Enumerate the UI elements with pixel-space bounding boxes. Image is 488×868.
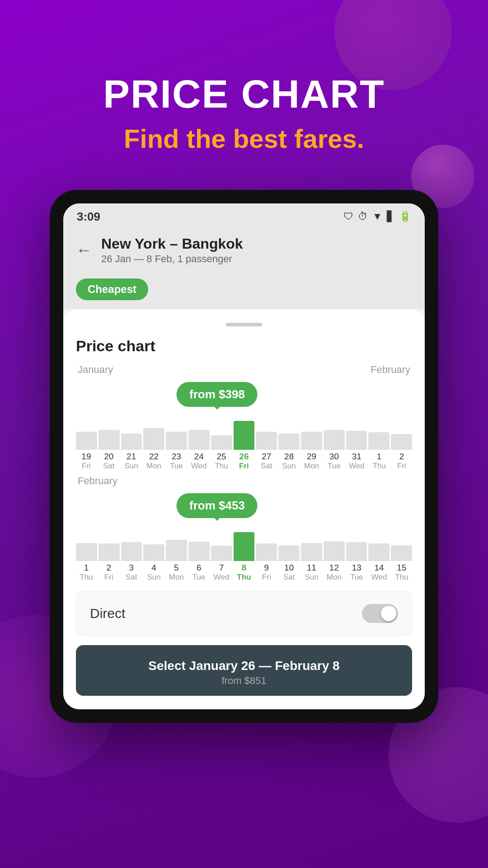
bar-6[interactable] — [188, 542, 210, 561]
month-label-jan: January — [78, 364, 113, 376]
toggle-knob — [381, 606, 396, 621]
date-item-30[interactable]: 30Tue — [324, 452, 344, 471]
bar-1[interactable] — [76, 543, 97, 561]
date-num: 24 — [188, 452, 209, 462]
bar-30[interactable] — [324, 430, 345, 450]
date-item-2[interactable]: 2Fri — [391, 452, 412, 471]
device-frame: 3:09 🛡 ⏱ ▼ ▋ 🔋 ← New York – Bangkok 26 J… — [50, 190, 438, 723]
january-section: January February from $398 19Fri20Sat21S… — [76, 364, 412, 471]
bar-24[interactable] — [188, 430, 210, 450]
date-item-1[interactable]: 1Thu — [369, 452, 389, 471]
back-button[interactable]: ← — [76, 241, 92, 259]
bar-9[interactable] — [256, 543, 277, 561]
date-num: 5 — [166, 563, 187, 573]
date-item-11[interactable]: 11Sun — [301, 563, 322, 582]
date-num: 20 — [99, 452, 119, 462]
bar-20[interactable] — [99, 430, 120, 450]
date-day: Tue — [346, 573, 367, 582]
date-day: Sat — [256, 462, 277, 471]
bar-8[interactable] — [234, 532, 255, 561]
date-item-26[interactable]: 26Fri — [234, 452, 254, 471]
bar-15[interactable] — [391, 545, 412, 561]
date-item-24[interactable]: 24Wed — [188, 452, 209, 471]
bar-22[interactable] — [143, 428, 164, 450]
bar-12[interactable] — [324, 541, 345, 561]
wifi-icon: ▼ — [372, 211, 382, 222]
date-num: 9 — [256, 563, 277, 573]
date-item-4[interactable]: 4Sun — [144, 563, 164, 582]
date-day: Sun — [144, 573, 164, 582]
bar-2[interactable] — [99, 543, 120, 561]
date-item-22[interactable]: 22Mon — [144, 452, 164, 471]
date-num: 3 — [121, 563, 142, 573]
cta-button[interactable]: Select January 26 — February 8 from $851 — [76, 645, 412, 696]
date-item-31[interactable]: 31Wed — [346, 452, 367, 471]
bar-2[interactable] — [391, 434, 412, 450]
jan-price-tooltip: from $398 — [177, 382, 258, 407]
date-item-8[interactable]: 8Thu — [234, 563, 254, 582]
date-day: Fri — [391, 462, 412, 471]
bar-27[interactable] — [256, 432, 277, 450]
date-item-20[interactable]: 20Sat — [99, 452, 119, 471]
direct-label: Direct — [90, 606, 125, 621]
month-label-feb: February — [78, 475, 117, 487]
signal-icon: ▋ — [387, 211, 394, 222]
bar-3[interactable] — [121, 542, 142, 561]
bar-1[interactable] — [368, 432, 389, 449]
bar-13[interactable] — [346, 542, 367, 561]
date-num: 7 — [211, 563, 232, 573]
date-item-1[interactable]: 1Thu — [76, 563, 97, 582]
direct-toggle[interactable] — [362, 604, 398, 623]
bar-11[interactable] — [301, 543, 322, 561]
bar-25[interactable] — [211, 435, 232, 450]
date-day: Sat — [279, 573, 300, 582]
date-item-2[interactable]: 2Fri — [99, 563, 119, 582]
date-num: 11 — [301, 563, 322, 573]
date-day: Sun — [121, 462, 142, 471]
date-item-7[interactable]: 7Wed — [211, 563, 232, 582]
date-num: 29 — [301, 452, 322, 462]
bar-5[interactable] — [166, 540, 187, 561]
bar-31[interactable] — [346, 431, 367, 450]
date-item-3[interactable]: 3Sat — [121, 563, 142, 582]
bar-4[interactable] — [143, 544, 164, 561]
date-item-27[interactable]: 27Sat — [256, 452, 277, 471]
date-day: Thu — [234, 573, 254, 582]
bar-10[interactable] — [278, 545, 300, 561]
date-num: 22 — [144, 452, 164, 462]
date-item-19[interactable]: 19Fri — [76, 452, 97, 471]
chip-cheapest[interactable]: Cheapest — [76, 278, 148, 300]
date-item-12[interactable]: 12Mon — [324, 563, 344, 582]
date-item-15[interactable]: 15Thu — [391, 563, 412, 582]
cta-main-text: Select January 26 — February 8 — [85, 659, 403, 673]
date-num: 12 — [324, 563, 344, 573]
date-item-25[interactable]: 25Thu — [211, 452, 232, 471]
bar-26[interactable] — [234, 421, 255, 450]
date-item-5[interactable]: 5Mon — [166, 563, 187, 582]
date-item-13[interactable]: 13Tue — [346, 563, 367, 582]
bar-29[interactable] — [301, 432, 322, 450]
date-num: 2 — [391, 452, 412, 462]
date-item-29[interactable]: 29Mon — [301, 452, 322, 471]
bar-14[interactable] — [368, 543, 389, 561]
date-item-10[interactable]: 10Sat — [279, 563, 300, 582]
bar-21[interactable] — [121, 434, 142, 450]
date-num: 14 — [369, 563, 389, 573]
month-label-feb-right: February — [371, 364, 410, 376]
date-day: Tue — [166, 462, 187, 471]
bar-28[interactable] — [278, 434, 300, 450]
bar-19[interactable] — [76, 432, 97, 450]
bar-23[interactable] — [166, 432, 187, 450]
date-item-6[interactable]: 6Tue — [188, 563, 209, 582]
date-item-28[interactable]: 28Sun — [279, 452, 300, 471]
bar-7[interactable] — [211, 546, 232, 561]
date-item-23[interactable]: 23Tue — [166, 452, 187, 471]
date-item-14[interactable]: 14Wed — [369, 563, 389, 582]
date-item-21[interactable]: 21Sun — [121, 452, 142, 471]
nav-title: New York – Bangkok — [101, 236, 243, 252]
status-icons: 🛡 ⏱ ▼ ▋ 🔋 — [343, 211, 411, 222]
date-day: Thu — [369, 462, 389, 471]
date-item-9[interactable]: 9Fri — [256, 563, 277, 582]
header-title: PRICE CHART — [0, 72, 488, 116]
jan-bars — [76, 414, 412, 450]
